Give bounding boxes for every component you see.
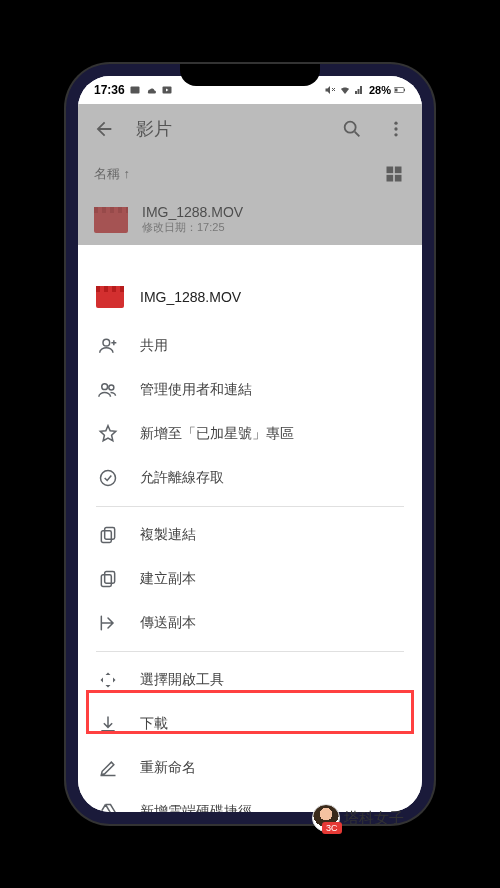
copy-link-icon xyxy=(98,525,118,545)
sheet-item-label: 共用 xyxy=(140,337,168,355)
watermark-text: 塔科女子 xyxy=(344,809,404,828)
sheet-item-label: 允許離線存取 xyxy=(140,469,224,487)
status-time: 17:36 xyxy=(94,83,125,97)
phone-screen: 17:36 28% 影片 xyxy=(78,76,422,812)
svg-rect-21 xyxy=(101,531,111,543)
svg-rect-23 xyxy=(101,575,111,587)
svg-point-19 xyxy=(101,471,116,486)
offline-icon xyxy=(98,468,118,488)
svg-point-18 xyxy=(109,385,114,390)
video-file-icon xyxy=(96,286,124,308)
copy-icon xyxy=(98,569,118,589)
divider xyxy=(96,651,404,652)
dim-overlay[interactable] xyxy=(78,104,422,245)
watermark: 3C 塔科女子 xyxy=(312,804,404,832)
battery-icon xyxy=(394,84,406,96)
send-icon xyxy=(98,613,118,633)
background-content: 影片 名稱 ↑ IMG_1288.MOV 修改日期：17:25 xyxy=(78,104,422,245)
star-icon xyxy=(98,424,118,444)
rename-icon xyxy=(98,758,118,778)
sheet-item-label: 新增至「已加星號」專區 xyxy=(140,425,294,443)
people-icon xyxy=(98,380,118,400)
phone-frame: 17:36 28% 影片 xyxy=(66,64,434,824)
sheet-item-label: 傳送副本 xyxy=(140,614,196,632)
sheet-header: IMG_1288.MOV xyxy=(78,270,422,320)
open-with-icon xyxy=(98,670,118,690)
play-icon xyxy=(161,84,173,96)
sheet-item-copylink[interactable]: 複製連結 xyxy=(78,513,422,557)
phone-notch xyxy=(180,64,320,86)
drive-add-icon xyxy=(98,802,118,812)
svg-rect-6 xyxy=(404,89,405,91)
sheet-item-manage[interactable]: 管理使用者和連結 xyxy=(78,368,422,412)
sheet-item-label: 下載 xyxy=(140,715,168,733)
svg-rect-22 xyxy=(105,572,115,584)
cloud-icon xyxy=(145,84,157,96)
wifi-icon xyxy=(339,84,351,96)
sheet-item-label: 重新命名 xyxy=(140,759,196,777)
divider xyxy=(96,506,404,507)
person-add-icon xyxy=(98,336,118,356)
svg-point-17 xyxy=(102,384,108,390)
sheet-item-share[interactable]: 共用 xyxy=(78,324,422,368)
watermark-tag: 3C xyxy=(322,822,342,834)
sheet-item-label: 新增雲端硬碟捷徑 xyxy=(140,803,252,812)
svg-point-16 xyxy=(103,339,110,346)
sheet-item-star[interactable]: 新增至「已加星號」專區 xyxy=(78,412,422,456)
sheet-item-download[interactable]: 下載 xyxy=(78,702,422,746)
sheet-item-label: 選擇開啟工具 xyxy=(140,671,224,689)
mute-icon xyxy=(324,84,336,96)
sheet-item-openwith[interactable]: 選擇開啟工具 xyxy=(78,658,422,702)
picture-icon xyxy=(129,84,141,96)
svg-rect-5 xyxy=(395,89,398,92)
sheet-item-label: 複製連結 xyxy=(140,526,196,544)
bottom-sheet: IMG_1288.MOV 共用 管理使用者和連結 新增至「已加星號」專區 允許 xyxy=(78,270,422,812)
download-icon xyxy=(98,714,118,734)
sheet-item-sendcopy[interactable]: 傳送副本 xyxy=(78,601,422,645)
sheet-item-offline[interactable]: 允許離線存取 xyxy=(78,456,422,500)
svg-rect-20 xyxy=(105,528,115,540)
sheet-item-rename[interactable]: 重新命名 xyxy=(78,746,422,790)
status-battery: 28% xyxy=(369,84,391,96)
signal-icon xyxy=(354,84,366,96)
sheet-title: IMG_1288.MOV xyxy=(140,289,241,305)
sheet-item-label: 建立副本 xyxy=(140,570,196,588)
svg-rect-0 xyxy=(130,87,139,94)
sheet-item-label: 管理使用者和連結 xyxy=(140,381,252,399)
sheet-item-makecopy[interactable]: 建立副本 xyxy=(78,557,422,601)
